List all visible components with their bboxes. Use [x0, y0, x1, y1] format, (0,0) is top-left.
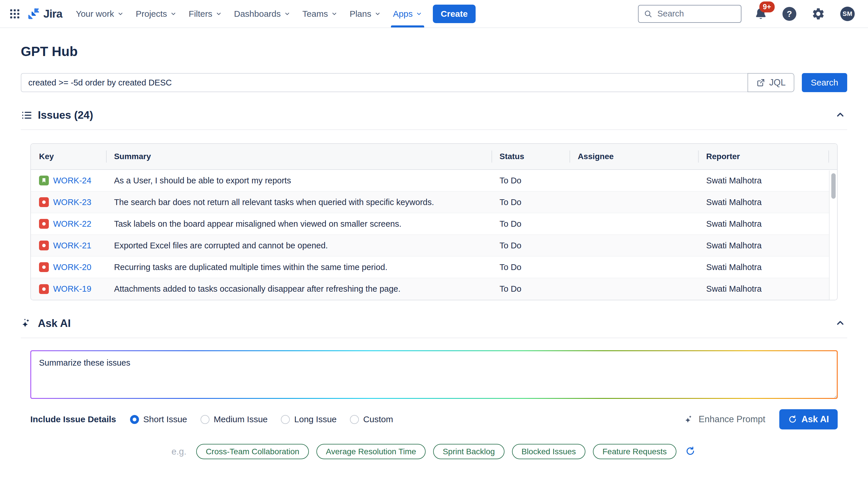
table-row[interactable]: WORK-21 Exported Excel files are corrupt… [31, 235, 837, 256]
issue-key-link[interactable]: WORK-20 [53, 262, 91, 272]
issue-status: To Do [491, 241, 570, 250]
ask-ai-button[interactable]: Ask AI [779, 409, 838, 429]
column-header-assignee[interactable]: Assignee [569, 144, 698, 169]
issues-section-title: Issues (24) [38, 109, 93, 121]
nav-item-plans[interactable]: Plans [344, 0, 387, 28]
table-row[interactable]: WORK-19 Attachments added to tasks occas… [31, 278, 837, 300]
settings-button[interactable] [809, 5, 828, 23]
refresh-icon [685, 446, 696, 456]
issue-key-link[interactable]: WORK-22 [53, 219, 91, 229]
column-header-key[interactable]: Key [31, 144, 106, 169]
issues-section-header: Issues (24) [21, 108, 847, 122]
column-header-label: Key [39, 152, 54, 161]
chevron-down-icon [374, 11, 381, 17]
issue-status: To Do [491, 198, 570, 207]
table-row[interactable]: WORK-24 As a User, I should be able to e… [31, 170, 837, 191]
refresh-suggestions-button[interactable] [684, 445, 697, 458]
suggestion-pill-feature-requests[interactable]: Feature Requests [593, 444, 677, 459]
issue-status: To Do [491, 176, 570, 185]
radio-short-issue[interactable]: Short Issue [130, 414, 187, 424]
suggestion-pill-sprint-backlog[interactable]: Sprint Backlog [433, 444, 504, 459]
bug-icon [39, 197, 49, 207]
issue-reporter: Swati Malhotra [698, 198, 829, 207]
issues-collapse-button[interactable] [833, 108, 847, 122]
app-switcher-button[interactable] [6, 5, 23, 22]
issue-key-link[interactable]: WORK-23 [53, 198, 91, 207]
jira-logo[interactable]: Jira [27, 7, 62, 21]
suggestion-pill-average-resolution-time[interactable]: Average Resolution Time [316, 444, 425, 459]
bug-icon [39, 284, 49, 294]
issue-detail-radio-group: Short Issue Medium Issue Long Issue Cust… [130, 414, 393, 424]
global-search-box[interactable] [638, 5, 741, 23]
nav-item-label: Projects [136, 9, 167, 19]
issue-type-icon [39, 175, 49, 185]
issue-key-link[interactable]: WORK-19 [53, 284, 91, 294]
gear-icon [811, 7, 825, 21]
nav-item-filters[interactable]: Filters [183, 0, 228, 28]
issue-key-cell: WORK-19 [31, 284, 106, 294]
issue-key-cell: WORK-24 [31, 175, 106, 185]
jql-search-button[interactable]: Search [802, 73, 847, 92]
table-row[interactable]: WORK-23 The search bar does not return a… [31, 191, 837, 213]
table-header-row: KeySummaryStatusAssigneeReporter [31, 144, 837, 170]
nav-item-your-work[interactable]: Your work [70, 0, 130, 28]
chevron-down-icon [284, 11, 290, 17]
issue-key-link[interactable]: WORK-24 [53, 176, 91, 185]
table-row[interactable]: WORK-22 Task labels on the board appear … [31, 213, 837, 235]
radio-medium-issue[interactable]: Medium Issue [201, 414, 268, 424]
radio-long-issue[interactable]: Long Issue [281, 414, 337, 424]
jira-logo-icon [27, 7, 40, 21]
external-link-icon [756, 78, 765, 87]
jql-link-button[interactable]: JQL [748, 73, 794, 92]
table-body: WORK-24 As a User, I should be able to e… [31, 170, 837, 300]
chevron-down-icon [170, 11, 177, 17]
nav-item-dashboards[interactable]: Dashboards [228, 0, 297, 28]
ask-ai-collapse-button[interactable] [833, 316, 847, 331]
issue-status: To Do [491, 284, 570, 294]
global-search-input[interactable] [657, 8, 736, 19]
issue-key-cell: WORK-22 [31, 219, 106, 229]
column-header-summary[interactable]: Summary [106, 144, 491, 169]
nav-item-label: Plans [350, 9, 371, 19]
sparkles-icon [21, 318, 32, 329]
include-issue-details-label: Include Issue Details [30, 414, 116, 424]
radio-custom[interactable]: Custom [350, 414, 393, 424]
issue-reporter: Swati Malhotra [698, 262, 829, 272]
column-header-label: Reporter [706, 152, 740, 161]
issue-summary: Exported Excel files are corrupted and c… [106, 241, 491, 250]
sparkles-icon [684, 414, 694, 425]
ask-ai-section: Ask AI Summarize these issues Include Is… [21, 316, 847, 459]
notification-badge: 9+ [760, 1, 775, 13]
radio-label: Medium Issue [214, 414, 268, 424]
nav-item-label: Dashboards [234, 9, 281, 19]
nav-item-teams[interactable]: Teams [297, 0, 344, 28]
profile-button[interactable]: SM [838, 4, 857, 23]
column-header-reporter[interactable]: Reporter [698, 144, 829, 169]
ai-prompt-input[interactable]: Summarize these issues [31, 351, 837, 398]
avatar: SM [840, 7, 855, 21]
chevron-up-icon [835, 318, 846, 328]
page-title: GPT Hub [21, 44, 847, 59]
ask-ai-section-header: Ask AI [21, 316, 847, 331]
chevron-down-icon [331, 11, 337, 17]
column-header-status[interactable]: Status [491, 144, 570, 169]
issue-type-icon [39, 219, 49, 229]
issue-key-link[interactable]: WORK-21 [53, 241, 91, 250]
suggestion-pill-blocked-issues[interactable]: Blocked Issues [512, 444, 585, 459]
nav-item-apps[interactable]: Apps [387, 0, 428, 28]
issue-type-icon [39, 284, 49, 294]
suggestion-pill-cross-team-collaboration[interactable]: Cross-Team Collaboration [196, 444, 309, 459]
table-row[interactable]: WORK-20 Recurring tasks are duplicated m… [31, 256, 837, 278]
issues-table: KeySummaryStatusAssigneeReporter WORK-24… [30, 143, 838, 300]
create-button[interactable]: Create [433, 5, 475, 23]
notifications-button[interactable]: 9+ [752, 5, 770, 23]
jql-query-input[interactable] [21, 73, 748, 92]
radio-icon [201, 415, 210, 424]
chevron-down-icon [416, 11, 422, 17]
help-button[interactable]: ? [780, 5, 799, 23]
enhance-prompt-button[interactable]: Enhance Prompt [682, 414, 767, 425]
refresh-icon [788, 415, 797, 424]
scrollbar-thumb[interactable] [831, 173, 836, 199]
issue-reporter: Swati Malhotra [698, 219, 829, 229]
nav-item-projects[interactable]: Projects [130, 0, 183, 28]
